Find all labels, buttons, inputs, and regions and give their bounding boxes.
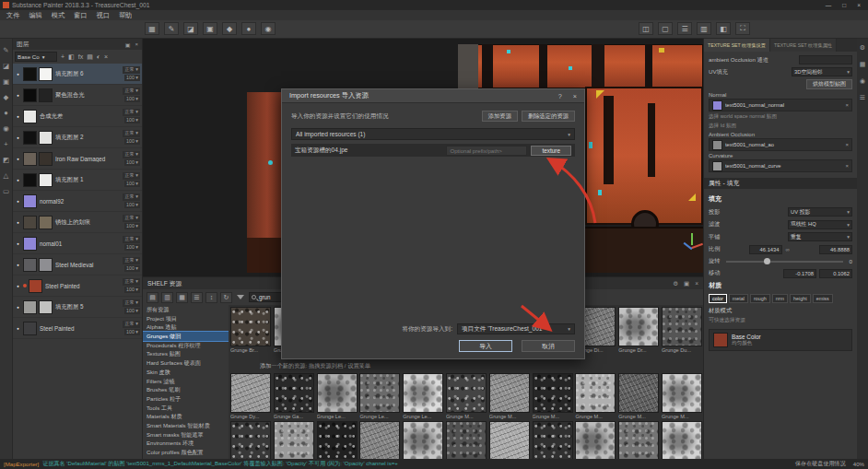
shelf-thumbnail[interactable]: Grunge M...: [533, 373, 573, 421]
shelf-thumbnail[interactable]: Grunge Br...: [230, 307, 271, 355]
projection-tool-icon[interactable]: ▣: [203, 22, 217, 35]
layer-blend-dropdown[interactable]: 正常 ▾: [123, 151, 140, 158]
clear-map-icon[interactable]: ×: [845, 102, 849, 108]
prefix-input[interactable]: Optional prefix/path>: [446, 146, 527, 156]
base-color-slot[interactable]: Base Color 均匀颜色: [709, 329, 852, 351]
layer-row-7[interactable]: ●锈蚀上的划痕正常 ▾100 ▾: [13, 212, 142, 233]
add-folder-icon[interactable]: ▤: [87, 52, 93, 62]
polygon-fill-tool-icon[interactable]: ◆: [222, 22, 237, 35]
visibility-eye-icon[interactable]: ●: [15, 178, 21, 182]
layer-opacity-dropdown[interactable]: 100 ▾: [124, 223, 140, 230]
paint-tool-icon[interactable]: ✎: [1, 46, 11, 55]
shelf-category-11[interactable]: Tools 工具: [143, 404, 229, 413]
tab-texture-set-properties[interactable]: TEXTURE SET 纹理集属性: [770, 39, 837, 52]
scale-x-input[interactable]: 46.1434: [749, 245, 782, 254]
paint-tool-icon[interactable]: ✎: [164, 22, 179, 35]
shader-settings-icon[interactable]: ▦: [860, 60, 866, 68]
rotation-slider[interactable]: [726, 261, 842, 263]
clear-map-icon[interactable]: ×: [845, 142, 849, 147]
visibility-eye-icon[interactable]: ●: [15, 135, 21, 140]
layer-row-2[interactable]: ●合成光差正常 ▾100 ▾: [13, 106, 142, 127]
shelf-thumbnail[interactable]: Grunge M...: [489, 373, 530, 421]
shelf-settings-icon[interactable]: ⚙: [673, 280, 678, 287]
sort-icon[interactable]: ↕: [205, 292, 217, 303]
shelf-thumbnail[interactable]: Grunge M...: [230, 421, 271, 459]
layer-opacity-dropdown[interactable]: 100 ▾: [124, 329, 140, 336]
layer-opacity-dropdown[interactable]: 100 ▾: [124, 287, 140, 294]
display-settings-icon[interactable]: ⚙: [860, 43, 865, 52]
display-mode-icon[interactable]: ☰: [677, 22, 692, 35]
layer-opacity-dropdown[interactable]: 100 ▾: [124, 117, 140, 124]
uv-view-icon[interactable]: ▦: [145, 22, 159, 35]
projection-tool-icon[interactable]: ▣: [1, 77, 11, 87]
menu-item-5[interactable]: 帮助: [114, 11, 136, 20]
layer-row-9[interactable]: ●Steel Medieval正常 ▾100 ▾: [13, 254, 142, 276]
filtering-dropdown[interactable]: 双线性 HQ ▾: [788, 220, 852, 229]
shelf-category-16[interactable]: Color profiles 颜色配置: [143, 448, 229, 457]
layer-blend-dropdown[interactable]: 正常 ▾: [123, 66, 140, 74]
visibility-eye-icon[interactable]: ●: [15, 72, 21, 76]
visibility-eye-icon[interactable]: ●: [15, 305, 21, 310]
channel-button-metal[interactable]: metal: [729, 294, 748, 303]
visibility-eye-icon[interactable]: ●: [15, 326, 21, 331]
shelf-category-6[interactable]: Hard Surfaces 硬表面: [143, 358, 229, 368]
visibility-eye-icon[interactable]: ●: [15, 284, 21, 288]
bake-maps-button[interactable]: 烘焙模型贴图: [806, 79, 852, 89]
shelf-thumbnail[interactable]: Grunge M...: [575, 373, 616, 421]
channel-button-color[interactable]: color: [709, 294, 727, 303]
normal-map-slot[interactable]: text5001_normal_normal ×: [709, 99, 852, 111]
shelf-category-7[interactable]: Skin 皮肤: [143, 368, 229, 377]
shelf-category-10[interactable]: Particles 粒子: [143, 394, 229, 404]
refresh-icon[interactable]: ↻: [220, 292, 232, 303]
shelf-thumbnail[interactable]: Grunge Le...: [359, 373, 400, 421]
shelf-thumbnail[interactable]: Grunge Fo...: [618, 421, 659, 459]
layer-blend-dropdown[interactable]: 正常 ▾: [123, 215, 140, 222]
shelf-thumbnail[interactable]: Grunge Pl...: [317, 421, 358, 459]
visibility-eye-icon[interactable]: ●: [15, 157, 21, 161]
shelf-category-14[interactable]: Smart masks 智能遮罩: [143, 430, 229, 440]
panel-close-icon[interactable]: ×: [135, 41, 138, 48]
import-destination-dropdown[interactable]: 项目文件 'TreasureChest_001' ▾: [457, 323, 575, 334]
layer-opacity-dropdown[interactable]: 100 ▾: [124, 75, 140, 82]
add-layer-icon[interactable]: +: [61, 52, 65, 62]
layer-row-0[interactable]: ●填充图层 6正常 ▾100 ▾: [13, 64, 142, 85]
shelf-category-13[interactable]: Smart Materials 智能材质: [143, 421, 229, 430]
add-mask-icon[interactable]: ◐: [97, 52, 100, 62]
menu-item-3[interactable]: 窗口: [69, 11, 91, 20]
clone-tool-icon[interactable]: ◉: [1, 124, 11, 134]
link-values-icon[interactable]: ∞: [786, 247, 790, 252]
shelf-thumbnail[interactable]: Grunge Pa...: [274, 421, 314, 459]
import-resources-icon[interactable]: ▤: [147, 292, 158, 303]
ao-map-slot[interactable]: text5001_normal_ao ×: [709, 138, 852, 151]
shelf-thumbnail[interactable]: Grunge Ga...: [274, 373, 314, 421]
layer-row-12[interactable]: ●Steel Painted正常 ▾100 ▾: [13, 318, 142, 339]
shelf-category-3[interactable]: Grunges 做旧: [143, 332, 229, 341]
channel-button-nrm[interactable]: nrm: [772, 294, 788, 303]
shelf-thumbnail[interactable]: Grunge Sc...: [403, 421, 443, 459]
shelf-thumbnail[interactable]: Grunge Dr...: [618, 307, 659, 355]
eraser-tool-icon[interactable]: ◪: [183, 22, 198, 35]
add-fill-layer-icon[interactable]: ◧: [68, 52, 75, 62]
layer-blend-dropdown[interactable]: 正常 ▾: [123, 109, 140, 116]
shelf-thumbnail[interactable]: Grunge St...: [533, 421, 573, 459]
delete-layer-icon[interactable]: ×: [104, 52, 108, 62]
shelf-thumbnail[interactable]: Grunge M...: [618, 373, 659, 421]
menu-item-0[interactable]: 文件: [2, 11, 24, 20]
shelf-category-2[interactable]: Alphas 透贴: [143, 322, 229, 332]
layer-opacity-dropdown[interactable]: 100 ▾: [124, 159, 140, 167]
shelf-thumbnail[interactable]: Grunge Sp...: [446, 421, 487, 459]
layer-row-10[interactable]: ●Steel Painted正常 ▾100 ▾: [13, 276, 142, 297]
resource-file-row[interactable]: 宝箱资源槽的04.jpe Optional prefix/path> textu…: [291, 144, 575, 157]
shelf-thumbnail[interactable]: Grunge Dy...: [230, 373, 271, 421]
shelf-category-15[interactable]: Environments 环境: [143, 439, 229, 448]
shelf-thumbnail[interactable]: Grunge Ru...: [359, 421, 400, 459]
cancel-button[interactable]: 取消: [522, 340, 575, 352]
shelf-category-9[interactable]: Brushes 笔刷: [143, 385, 229, 394]
layer-opacity-dropdown[interactable]: 100 ▾: [124, 181, 140, 188]
projection-dropdown[interactable]: UV 投影 ▾: [788, 207, 852, 217]
layer-filter-dropdown[interactable]: Base Co ▾: [15, 52, 57, 62]
layer-blend-dropdown[interactable]: 正常 ▾: [123, 193, 140, 201]
shelf-category-0[interactable]: 所有资源: [143, 305, 229, 314]
layer-row-1[interactable]: ●聚色混合光正常 ▾100 ▾: [13, 85, 142, 106]
shelf-category-12[interactable]: Materials 材质: [143, 412, 229, 421]
